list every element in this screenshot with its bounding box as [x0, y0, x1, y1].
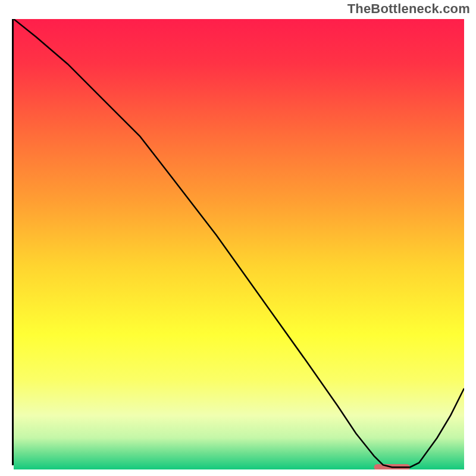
axes-frame: [12, 19, 464, 465]
heatmap-background: [14, 19, 464, 469]
plot-svg: [14, 19, 464, 469]
watermark-text: TheBottleneck.com: [347, 1, 470, 17]
